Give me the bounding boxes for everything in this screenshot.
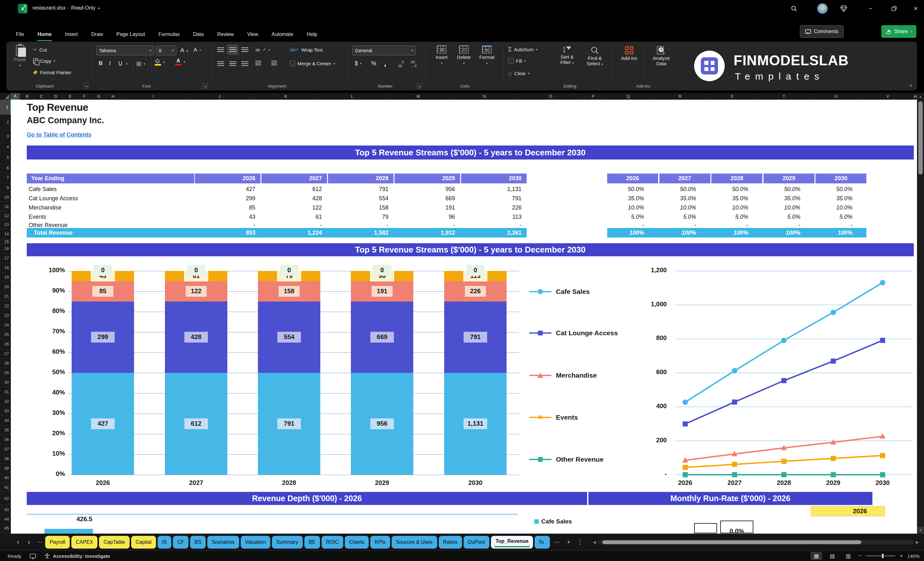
value-cell[interactable]: 85 <box>195 204 261 212</box>
value-cell[interactable]: 1,131 <box>461 185 526 193</box>
menu-tab-help[interactable]: Help <box>306 30 318 39</box>
page-break-view-button[interactable]: ▥ <box>843 552 854 560</box>
column-header-O[interactable]: O <box>518 93 584 100</box>
row-header-7[interactable]: 7 <box>0 172 11 183</box>
vertical-scroll-thumb[interactable] <box>918 101 923 174</box>
scroll-down-icon[interactable]: ▼ <box>917 526 924 534</box>
row-header-19[interactable]: 19 <box>0 273 11 282</box>
value-cell[interactable]: 96 <box>394 213 460 221</box>
row-header-33[interactable]: 33 <box>0 406 11 416</box>
percent-format-button[interactable]: % <box>371 60 376 67</box>
row-header-44[interactable]: 44 <box>0 514 11 524</box>
value-cell[interactable]: 791 <box>328 185 393 193</box>
number-format-select[interactable]: General▾ <box>352 45 416 56</box>
menu-tab-home[interactable]: Home <box>37 30 52 39</box>
scroll-left-icon[interactable]: ◀ <box>591 540 598 544</box>
row-header-17[interactable]: 17 <box>0 254 11 263</box>
column-header-Q[interactable]: Q <box>602 93 654 100</box>
row-header-9[interactable]: 9 <box>0 183 11 193</box>
value-cell[interactable]: 791 <box>461 194 526 202</box>
sheet-tab-cf[interactable]: CF <box>173 536 189 549</box>
align-right-button[interactable] <box>240 59 250 69</box>
pct-cell[interactable]: 10.0% <box>711 204 762 212</box>
row-header-32[interactable]: 32 <box>0 397 11 406</box>
decrease-indent-button[interactable]: ← <box>255 61 259 66</box>
align-top-button[interactable] <box>215 45 226 54</box>
column-header-E[interactable]: E <box>63 93 77 100</box>
font-color-button[interactable]: A ▾ <box>175 58 185 66</box>
column-header-S[interactable]: S <box>706 93 758 100</box>
collapse-ribbon-chevron[interactable]: ∨ <box>909 83 912 88</box>
sheet-tab-capex[interactable]: CAPEX <box>71 536 98 549</box>
sheet-tab-top-revenue[interactable]: Top_Revenue <box>491 536 533 549</box>
align-bottom-button[interactable] <box>240 45 250 54</box>
row-header-35[interactable]: 35 <box>0 425 11 435</box>
sheet-tab-summary[interactable]: Summary <box>272 536 303 549</box>
row-header-5[interactable]: 5 <box>0 151 11 164</box>
comments-button[interactable]: Comments <box>800 25 844 38</box>
pct-cell[interactable]: 10.0% <box>815 204 866 212</box>
sheet-tab-roic[interactable]: ROIC <box>322 536 343 549</box>
menu-tab-draw[interactable]: Draw <box>90 30 104 39</box>
row-header-41[interactable]: 41 <box>0 483 11 492</box>
legend-item-other-revenue[interactable]: Other Revenue <box>529 454 603 465</box>
row-header-15[interactable]: 15 <box>0 239 11 244</box>
sheet-tab-dupont[interactable]: DuPont <box>464 536 489 549</box>
column-header-D[interactable]: D <box>49 93 63 100</box>
column-header-R[interactable]: R <box>654 93 706 100</box>
row-header-30[interactable]: 30 <box>0 378 11 387</box>
sheet-tab-is[interactable]: IS <box>158 536 171 549</box>
row-header-13[interactable]: 13 <box>0 220 11 229</box>
increase-font-button[interactable]: A▴ <box>180 47 188 54</box>
pct-cell[interactable]: 5.0% <box>607 213 658 221</box>
pct-cell[interactable]: 5.0% <box>764 213 814 221</box>
row-header-2[interactable]: 2 <box>0 115 11 130</box>
copy-button[interactable]: Copy ▾ <box>33 58 55 64</box>
row-header-24[interactable]: 24 <box>0 320 11 330</box>
pct-cell[interactable]: 35.0% <box>607 194 658 202</box>
menu-tab-page-layout[interactable]: Page Layout <box>116 30 146 39</box>
font-size-select[interactable]: 8▾ <box>156 45 176 56</box>
pct-cell[interactable]: 35.0% <box>659 194 710 202</box>
value-cell[interactable]: 122 <box>261 204 327 212</box>
column-header-U[interactable]: U <box>810 93 862 100</box>
fill-button[interactable]: ↓ Fill▾ <box>508 58 526 64</box>
number-dialog-launcher[interactable]: ↘ <box>417 83 422 88</box>
menu-tab-file[interactable]: File <box>15 30 25 39</box>
pct-cell[interactable]: 10.0% <box>659 204 710 212</box>
find-select-button[interactable]: Find &Select ▾ <box>582 46 608 66</box>
column-header-H[interactable]: H <box>106 93 120 100</box>
sheet-tab-payroll[interactable]: Payroll <box>45 536 70 549</box>
page-layout-view-button[interactable]: ▤ <box>826 552 838 560</box>
row-header-29[interactable]: 29 <box>0 368 11 378</box>
underline-dropdown[interactable]: ▾ <box>126 62 128 66</box>
row-header-22[interactable]: 22 <box>0 301 11 311</box>
pct-cell[interactable]: 35.0% <box>764 194 814 202</box>
autosum-button[interactable]: Σ AutoSum▾ <box>508 46 537 53</box>
row-header-10[interactable]: 10 <box>0 193 11 202</box>
legend-item-cat-lounge-access[interactable]: Cat Lounge Access <box>529 327 618 339</box>
tab-options-button[interactable]: ⋮ <box>574 538 586 546</box>
row-header-12[interactable]: 12 <box>0 211 11 220</box>
align-middle-button[interactable] <box>227 45 238 54</box>
pct-cell[interactable]: 10.0% <box>764 204 814 212</box>
pct-cell[interactable]: 5.0% <box>815 213 866 221</box>
row-header-36[interactable]: 36 <box>0 435 11 444</box>
column-header-F[interactable]: F <box>77 93 92 100</box>
value-cell[interactable]: 427 <box>195 185 261 193</box>
pct-cell[interactable]: 5.0% <box>659 213 710 221</box>
sheet-tab-be[interactable]: BE <box>304 536 320 549</box>
align-center-button[interactable] <box>227 59 238 69</box>
new-sheet-button[interactable]: + <box>563 539 574 546</box>
premium-gem-icon[interactable] <box>837 4 850 14</box>
row-header-37[interactable]: 37 <box>0 444 11 454</box>
pct-cell[interactable]: 50.0% <box>607 185 658 193</box>
zoom-slider-thumb[interactable] <box>882 554 884 558</box>
value-cell[interactable]: 428 <box>261 194 327 202</box>
row-header-21[interactable]: 21 <box>0 292 11 301</box>
column-header-J[interactable]: J <box>187 93 253 100</box>
row-header-11[interactable]: 11 <box>0 202 11 211</box>
orientation-button[interactable]: ab ↗ ▾ <box>255 47 270 52</box>
restore-button[interactable] <box>888 4 900 14</box>
pct-cell[interactable]: 50.0% <box>659 185 710 193</box>
